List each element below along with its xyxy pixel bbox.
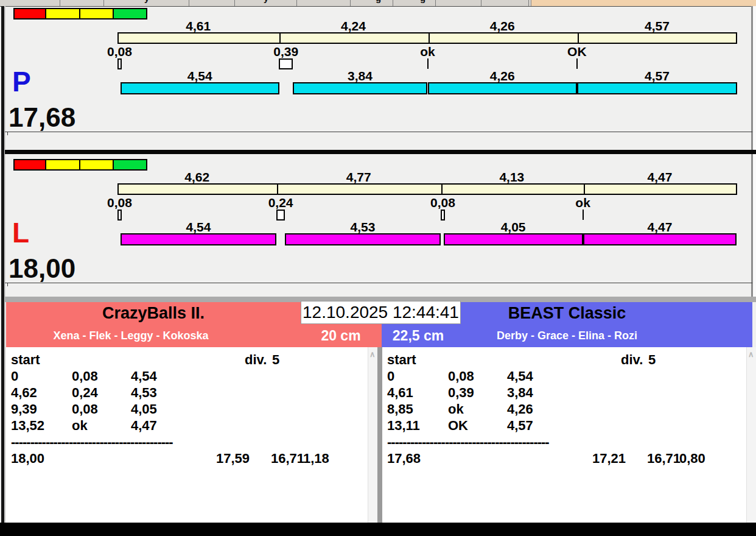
totals-separator: ----------------------------------------… <box>11 434 173 450</box>
table-cell: 0,08 <box>72 368 98 384</box>
dog-time-bar <box>285 233 441 245</box>
division-value: 5 <box>648 352 656 368</box>
split-divider <box>584 185 585 194</box>
col-header-div: div. <box>621 352 643 368</box>
start-light-bar <box>13 8 147 19</box>
changeover-label: 0,08 <box>93 44 147 59</box>
dog-time-label: 4,54 <box>172 69 227 83</box>
changeover-label: OK <box>550 44 604 59</box>
active-tab-fragment[interactable] <box>531 0 756 6</box>
results-table-right: startdiv.500,084,544,610,393,848,85ok4,2… <box>382 347 746 523</box>
scroll-up-icon[interactable]: ∧ <box>369 350 376 359</box>
flyball-timing-app-window: yygg 4,614,244,264,570,080,39okOK4,543,8… <box>0 0 756 536</box>
results-table-left: startdiv.500,084,544,620,244,539,390,084… <box>6 347 368 523</box>
lane-panel-left-L: 4,624,774,134,470,080,240,08ok4,544,534,… <box>5 157 752 303</box>
changeover-label: 0,39 <box>259 44 313 59</box>
total-value: 0,80 <box>679 451 705 467</box>
split-time-label: 4,24 <box>326 19 381 34</box>
dog-time-bar <box>293 82 427 94</box>
split-divider <box>279 34 281 43</box>
table-cell: 4,54 <box>131 368 157 384</box>
changeover-label: 0,08 <box>416 196 471 210</box>
toolbar-divider <box>350 0 351 6</box>
toolbar-divider <box>393 0 393 6</box>
team-dogs-left: Xena - Flek - Leggy - Kokoska <box>18 330 243 342</box>
division-value: 5 <box>272 352 279 368</box>
table-cell: 4,54 <box>507 368 533 384</box>
clipped-text-fragment: g <box>420 0 425 3</box>
changeover-ok-tick <box>583 210 584 220</box>
total-value: 17,21 <box>592 451 626 467</box>
table-cell: 9,39 <box>11 401 37 417</box>
lane-total-time: 18,00 <box>9 255 75 283</box>
total-value: 17,68 <box>387 451 421 467</box>
split-time-label: 4,62 <box>170 170 225 185</box>
toolbar-divider <box>528 0 529 6</box>
table-cell: 0,24 <box>72 385 98 401</box>
toolbar-divider <box>103 0 104 6</box>
team-height-left: 20 cm <box>307 328 374 344</box>
changeover-ok-tick <box>576 58 578 69</box>
scrollbar-left-table[interactable]: ∧ <box>368 347 378 523</box>
changeover-loss-box <box>117 210 122 220</box>
clipped-text-fragment: y <box>144 0 149 3</box>
split-bar <box>117 32 737 44</box>
split-time-label: 4,26 <box>475 19 530 34</box>
start-light-segment <box>113 159 147 171</box>
dog-time-label: 4,57 <box>629 69 684 83</box>
totals-separator: ----------------------------------------… <box>387 434 549 450</box>
dog-time-bar <box>121 233 277 245</box>
changeover-ok-tick <box>427 58 429 69</box>
total-value: 1,18 <box>303 451 329 467</box>
table-cell: 4,05 <box>131 401 157 417</box>
table-cell: 0,08 <box>448 368 474 384</box>
table-cell: 4,62 <box>11 385 37 401</box>
start-light-segment <box>79 159 114 171</box>
table-cell: 8,85 <box>387 401 413 417</box>
total-value: 18,00 <box>11 451 44 467</box>
changeover-label: 0,24 <box>253 196 308 210</box>
toolbar-divider <box>435 0 436 6</box>
table-cell: 4,57 <box>507 418 533 434</box>
dog-time-bar <box>428 82 577 94</box>
toolbar-divider <box>189 0 189 6</box>
start-light-bar <box>13 159 147 171</box>
total-value: 16,71 <box>647 451 681 467</box>
split-time-label: 4,57 <box>629 19 684 34</box>
table-cell: ok <box>72 418 88 434</box>
scroll-up-icon[interactable]: ∧ <box>748 350 754 359</box>
split-divider <box>277 185 278 194</box>
table-cell: 0,39 <box>448 385 474 401</box>
changeover-label: ok <box>401 44 455 59</box>
split-time-label: 4,77 <box>331 170 386 185</box>
col-header-start: start <box>387 352 416 368</box>
dog-time-bar <box>444 233 583 245</box>
dog-time-label: 4,53 <box>335 220 390 234</box>
clipped-text-fragment: y <box>264 0 268 3</box>
table-cell: 3,84 <box>507 385 533 401</box>
dog-time-bar <box>583 233 737 245</box>
dog-time-label: 4,47 <box>632 220 687 234</box>
split-time-label: 4,61 <box>171 19 226 34</box>
baseline-tick <box>7 283 8 286</box>
dog-time-label: 4,05 <box>486 220 541 234</box>
panel-baseline <box>5 283 752 283</box>
tables-divider <box>377 347 382 523</box>
table-cell: OK <box>448 418 468 434</box>
split-time-label: 4,47 <box>632 170 687 185</box>
changeover-loss-box <box>279 58 292 69</box>
toolbar-divider <box>296 0 297 6</box>
col-header-start: start <box>11 352 40 368</box>
table-cell: 0,08 <box>72 401 98 417</box>
start-light-segment <box>79 8 114 19</box>
start-light-segment <box>13 8 46 19</box>
baseline-tick <box>7 132 8 135</box>
lane-panel-right-P: 4,614,244,264,570,080,39okOK4,543,844,26… <box>5 6 752 152</box>
table-cell: 4,61 <box>387 385 413 401</box>
split-time-label: 4,13 <box>485 170 539 185</box>
datetime-display: 12.10.2025 12:44:41 <box>301 301 461 324</box>
scrollbar-right-table[interactable]: ∧ <box>746 347 756 523</box>
start-light-segment <box>45 159 80 171</box>
toolbar-divider <box>234 0 235 6</box>
start-light-segment <box>13 159 46 171</box>
